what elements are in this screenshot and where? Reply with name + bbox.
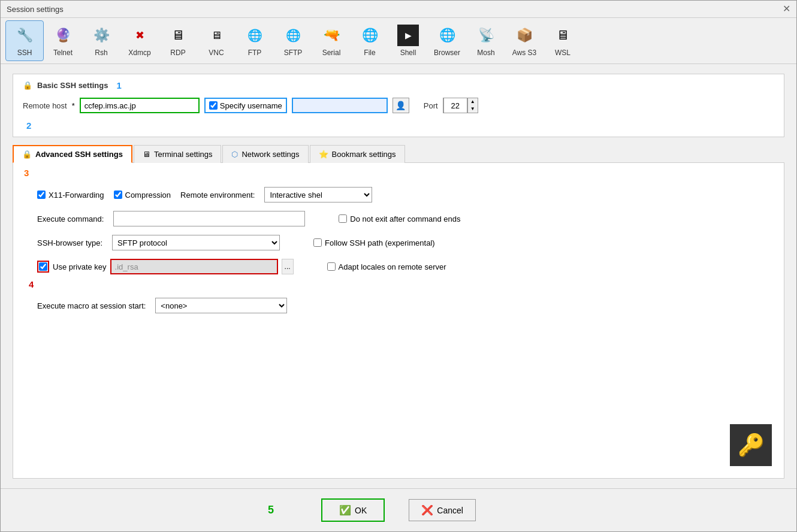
tab-advanced-ssh[interactable]: 🔒 Advanced SSH settings <box>13 145 132 163</box>
remote-env-label: Remote environment: <box>180 191 255 200</box>
protocol-toolbar: 🔧 SSH 🔮 Telnet ⚙️ Rsh ✖ Xdmcp 🖥 RDP 🖥 VN… <box>1 18 796 64</box>
bookmark-tab-label: Bookmark settings <box>332 150 396 159</box>
wsl-label: WSL <box>555 49 570 57</box>
aws-s3-icon: 📦 <box>514 25 535 46</box>
toolbar-serial[interactable]: 🔫 Serial <box>312 20 351 61</box>
adapt-locales-wrap[interactable]: Adapt locales on remote server <box>327 262 446 271</box>
toolbar-telnet[interactable]: 🔮 Telnet <box>44 20 82 61</box>
advanced-ssh-tab-label: Advanced SSH settings <box>35 150 123 159</box>
sftp-label: SFTP <box>284 49 303 57</box>
session-settings-window: Session settings ✕ 🔧 SSH 🔮 Telnet ⚙️ Rsh… <box>0 0 797 532</box>
follow-ssh-path-wrap[interactable]: Follow SSH path (experimental) <box>313 238 435 247</box>
basic-ssh-title: Basic SSH settings <box>37 81 108 90</box>
remote-env-dropdown[interactable]: Interactive shel Custom command SFTP <box>264 187 372 202</box>
compression-checkbox[interactable] <box>114 191 122 199</box>
shell-label: Shell <box>400 49 416 57</box>
specify-username-wrap: Specify username <box>204 98 287 113</box>
macro-dropdown[interactable]: <none> <box>155 298 287 313</box>
xdmcp-icon: ✖ <box>129 25 150 46</box>
toolbar-xdmcp[interactable]: ✖ Xdmcp <box>120 20 159 61</box>
remote-host-input[interactable] <box>80 98 200 113</box>
toolbar-file[interactable]: 🌐 File <box>351 20 389 61</box>
execute-cmd-label: Execute command: <box>37 214 104 223</box>
aws-s3-label: Aws S3 <box>512 49 536 57</box>
use-private-key-checkbox[interactable] <box>39 262 47 271</box>
ftp-icon: 🌐 <box>244 25 265 46</box>
toolbar-browser[interactable]: 🌐 Browser <box>427 20 467 61</box>
cancel-label: Cancel <box>437 506 463 515</box>
vnc-label: VNC <box>209 49 224 57</box>
basic-ssh-row: Remote host * Specify username 👤 Port ▲ … <box>23 98 774 131</box>
serial-icon: 🔫 <box>321 25 342 46</box>
toolbar-ssh[interactable]: 🔧 SSH <box>5 20 44 61</box>
x11-forwarding-wrap[interactable]: X11-Forwarding <box>37 191 104 200</box>
toolbar-shell[interactable]: ▶ Shell <box>389 20 427 61</box>
cancel-button[interactable]: ❌ Cancel <box>409 499 476 521</box>
toolbar-mosh[interactable]: 📡 Mosh <box>467 20 505 61</box>
panel-row-private-key: Use private key ... Adapt locales on rem… <box>37 259 760 274</box>
private-key-wrap: Use private key ... <box>37 259 294 274</box>
port-input-wrap: ▲ ▼ <box>443 98 478 113</box>
annotation-2: 2 <box>26 120 774 131</box>
remote-host-label: Remote host <box>23 101 67 110</box>
execute-cmd-input[interactable] <box>113 211 305 226</box>
ok-button[interactable]: ✅ OK <box>321 498 385 522</box>
basic-ssh-header: 🔒 Basic SSH settings 1 <box>23 80 774 90</box>
username-input[interactable] <box>292 98 388 113</box>
footer: 5 ✅ OK ❌ Cancel <box>1 488 796 531</box>
file-label: File <box>364 49 375 57</box>
annotation-4-row: 4 <box>25 279 760 289</box>
rsh-icon: ⚙️ <box>90 25 112 46</box>
shell-icon: ▶ <box>397 25 419 46</box>
titlebar: Session settings ✕ <box>1 1 796 18</box>
advanced-panel: 3 X11-Forwarding Compression Remote envi… <box>13 163 784 479</box>
serial-label: Serial <box>322 49 341 57</box>
toolbar-ftp[interactable]: 🌐 FTP <box>236 20 274 61</box>
user-icon-button[interactable]: 👤 <box>393 98 409 113</box>
ssh-browser-type-dropdown[interactable]: SFTP protocol SCP protocol None <box>112 235 280 250</box>
macro-label: Execute macro at session start: <box>37 301 146 310</box>
port-input[interactable] <box>443 98 467 113</box>
close-button[interactable]: ✕ <box>783 4 790 14</box>
toolbar-rdp[interactable]: 🖥 RDP <box>159 20 197 61</box>
port-up-button[interactable]: ▲ <box>468 98 478 105</box>
tab-bookmark[interactable]: ⭐ Bookmark settings <box>310 145 405 163</box>
vnc-icon: 🖥 <box>206 25 227 46</box>
use-private-key-label: Use private key <box>53 262 107 271</box>
cancel-icon: ❌ <box>421 504 433 516</box>
browser-icon: 🌐 <box>436 25 458 46</box>
rsh-label: Rsh <box>95 49 107 57</box>
specify-username-checkbox[interactable] <box>209 101 218 110</box>
ssh-browser-label: SSH-browser type: <box>37 238 102 247</box>
do-not-exit-wrap[interactable]: Do not exit after command ends <box>339 214 460 223</box>
adapt-locales-label: Adapt locales on remote server <box>339 262 446 271</box>
x11-forwarding-checkbox[interactable] <box>37 191 46 199</box>
network-tab-label: Network settings <box>241 150 299 159</box>
toolbar-wsl[interactable]: 🖥 WSL <box>544 20 582 61</box>
ftp-label: FTP <box>248 49 262 57</box>
toolbar-aws-s3[interactable]: 📦 Aws S3 <box>505 20 544 61</box>
follow-ssh-path-label: Follow SSH path (experimental) <box>325 238 435 247</box>
wsl-icon: 🖥 <box>552 25 573 46</box>
specify-username-label: Specify username <box>220 101 282 110</box>
toolbar-vnc[interactable]: 🖥 VNC <box>197 20 236 61</box>
compression-wrap[interactable]: Compression <box>114 191 171 200</box>
adapt-locales-checkbox[interactable] <box>327 262 336 271</box>
terminal-tab-icon: 🖥 <box>143 150 150 159</box>
port-down-button[interactable]: ▼ <box>468 105 478 113</box>
main-content: 🔒 Basic SSH settings 1 Remote host * Spe… <box>1 64 796 488</box>
tab-terminal[interactable]: 🖥 Terminal settings <box>134 145 222 163</box>
private-key-input[interactable] <box>110 259 278 274</box>
private-key-browse-button[interactable]: ... <box>282 259 294 274</box>
toolbar-sftp[interactable]: 🌐 SFTP <box>274 20 312 61</box>
advanced-ssh-tab-icon: 🔒 <box>22 150 32 159</box>
do-not-exit-checkbox[interactable] <box>339 214 347 223</box>
panel-row-execute-cmd: Execute command: Do not exit after comma… <box>37 211 760 226</box>
follow-ssh-path-checkbox[interactable] <box>313 238 322 247</box>
annotation-5: 5 <box>268 504 274 516</box>
annotation-4: 4 <box>29 279 34 289</box>
toolbar-rsh[interactable]: ⚙️ Rsh <box>82 20 120 61</box>
telnet-label: Telnet <box>53 49 73 57</box>
tab-network[interactable]: ⬡ Network settings <box>222 145 308 163</box>
window-title: Session settings <box>7 5 64 14</box>
